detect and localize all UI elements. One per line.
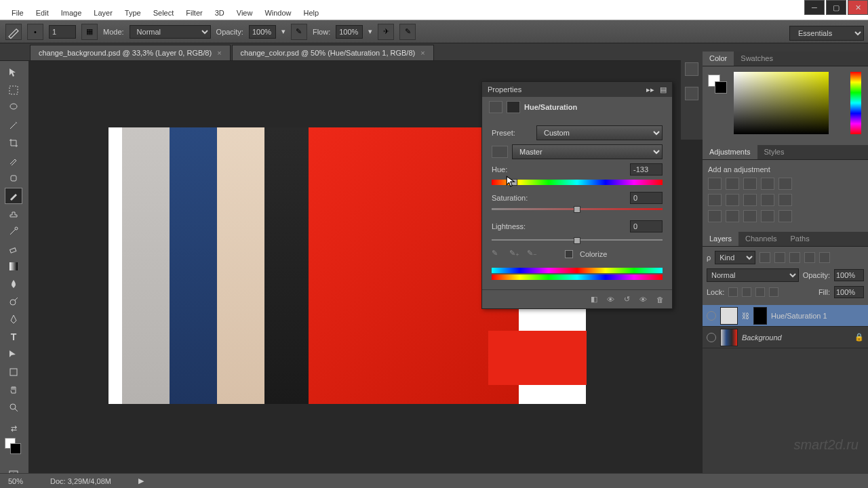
selective-color-icon[interactable] bbox=[778, 210, 792, 222]
minimize-button[interactable]: ─ bbox=[804, 0, 825, 15]
filter-adjust-icon[interactable] bbox=[774, 252, 785, 263]
stamp-tool[interactable] bbox=[5, 205, 22, 222]
mask-thumb[interactable] bbox=[753, 307, 767, 325]
pressure-opacity-icon[interactable]: ✎ bbox=[291, 24, 307, 40]
color-swatches[interactable] bbox=[5, 438, 22, 458]
exposure-icon[interactable] bbox=[761, 178, 774, 190]
zoom-level[interactable]: 50% bbox=[8, 477, 23, 485]
tab-layers[interactable]: Layers bbox=[703, 232, 738, 246]
move-tool[interactable] bbox=[5, 64, 22, 81]
crop-tool[interactable] bbox=[5, 135, 22, 151]
brightness-icon[interactable] bbox=[708, 178, 722, 190]
eyedropper-add-icon[interactable]: ✎₊ bbox=[509, 249, 520, 260]
close-button[interactable]: ✕ bbox=[848, 0, 868, 15]
layer-thumb[interactable] bbox=[720, 307, 738, 325]
filter-shape-icon[interactable] bbox=[804, 252, 815, 263]
visibility-icon[interactable] bbox=[707, 333, 716, 342]
brush-tool[interactable] bbox=[5, 188, 22, 204]
type-tool[interactable]: T bbox=[5, 329, 22, 345]
clip-icon[interactable]: ◧ bbox=[591, 295, 597, 304]
menu-edit[interactable]: Edit bbox=[30, 7, 55, 18]
mode-select[interactable]: Normal bbox=[130, 25, 211, 39]
fill-field[interactable] bbox=[834, 286, 864, 298]
lasso-tool[interactable] bbox=[5, 100, 22, 116]
workspace-select[interactable]: Essentials bbox=[789, 26, 864, 41]
vibrance-icon[interactable] bbox=[778, 178, 792, 190]
tab-color[interactable]: Color bbox=[703, 52, 734, 66]
menu-select[interactable]: Select bbox=[147, 7, 180, 18]
airbrush-icon[interactable]: ✈ bbox=[378, 24, 394, 40]
eyedropper-sub-icon[interactable]: ✎₋ bbox=[527, 249, 538, 260]
tab-paths[interactable]: Paths bbox=[784, 232, 816, 246]
doc-info[interactable]: Doc: 3,29M/4,08M bbox=[50, 477, 111, 485]
filter-type-icon[interactable] bbox=[789, 252, 800, 263]
tab-channels[interactable]: Channels bbox=[738, 232, 783, 246]
menu-type[interactable]: Type bbox=[119, 7, 147, 18]
filter-kind-select[interactable]: Kind bbox=[715, 251, 755, 264]
layer-opacity-field[interactable] bbox=[834, 269, 864, 281]
zoom-tool[interactable] bbox=[5, 399, 22, 415]
info-icon[interactable] bbox=[685, 87, 698, 100]
menu-help[interactable]: Help bbox=[298, 7, 326, 18]
colorize-checkbox[interactable] bbox=[565, 250, 573, 258]
shape-tool[interactable] bbox=[5, 364, 22, 380]
lock-all-icon[interactable] bbox=[769, 287, 778, 297]
blend-mode-select[interactable]: Normal bbox=[707, 268, 799, 282]
history-icon[interactable] bbox=[685, 62, 698, 76]
preset-select[interactable]: Custom bbox=[536, 125, 663, 140]
menu-file[interactable]: File bbox=[5, 7, 30, 18]
channel-select[interactable]: Master bbox=[512, 144, 663, 159]
tab-styles[interactable]: Styles bbox=[757, 145, 791, 159]
layer-name[interactable]: Hue/Saturation 1 bbox=[771, 312, 827, 320]
doc-tab-2[interactable]: change_color.psd @ 50% (Hue/Saturation 1… bbox=[232, 45, 434, 60]
menu-3d[interactable]: 3D bbox=[209, 7, 231, 18]
visibility-icon[interactable] bbox=[707, 311, 716, 321]
doc-tab-1[interactable]: change_background.psd @ 33,3% (Layer 0, … bbox=[30, 45, 231, 60]
hand-tool[interactable] bbox=[5, 382, 22, 398]
gradient-map-icon[interactable] bbox=[761, 210, 774, 222]
layer-row[interactable]: ⛓ Hue/Saturation 1 bbox=[703, 305, 868, 327]
marquee-tool[interactable] bbox=[5, 82, 22, 98]
panel-menu-icon[interactable]: ▤ bbox=[660, 85, 667, 94]
tab-adjustments[interactable]: Adjustments bbox=[703, 145, 757, 159]
tab-swatches[interactable]: Swatches bbox=[734, 52, 780, 66]
hue-sat-icon[interactable] bbox=[708, 194, 722, 206]
hue-slider[interactable] bbox=[492, 180, 663, 186]
brush-size-field[interactable] bbox=[49, 25, 76, 39]
curves-icon[interactable] bbox=[743, 178, 757, 190]
layer-row[interactable]: Background 🔒 bbox=[703, 327, 868, 348]
lock-position-icon[interactable] bbox=[755, 287, 765, 297]
view-previous-icon[interactable]: 👁 bbox=[607, 296, 614, 304]
lightness-slider[interactable] bbox=[492, 237, 663, 243]
eraser-tool[interactable] bbox=[5, 241, 22, 257]
saturation-field[interactable] bbox=[630, 192, 663, 204]
photo-filter-icon[interactable] bbox=[761, 194, 774, 206]
bw-icon[interactable] bbox=[743, 194, 757, 206]
eyedropper-icon[interactable]: ✎ bbox=[492, 249, 502, 260]
maximize-button[interactable]: ▢ bbox=[826, 0, 846, 15]
levels-icon[interactable] bbox=[726, 178, 739, 190]
gradient-tool[interactable] bbox=[5, 258, 22, 274]
menu-image[interactable]: Image bbox=[55, 7, 88, 18]
brush-preset-icon[interactable] bbox=[5, 24, 22, 40]
color-balance-icon[interactable] bbox=[726, 194, 739, 206]
filter-pixel-icon[interactable] bbox=[760, 252, 770, 263]
wand-tool[interactable] bbox=[5, 117, 22, 134]
flow-field[interactable] bbox=[336, 25, 363, 39]
reset-icon[interactable]: ↺ bbox=[624, 295, 630, 304]
color-picker[interactable] bbox=[734, 72, 829, 134]
layer-thumb[interactable] bbox=[720, 329, 738, 346]
close-icon[interactable]: × bbox=[217, 49, 221, 57]
path-tool[interactable] bbox=[5, 346, 22, 363]
hue-strip[interactable] bbox=[850, 72, 861, 134]
brush-panel-icon[interactable]: ▦ bbox=[81, 24, 98, 40]
healing-tool[interactable] bbox=[5, 170, 22, 186]
menu-filter[interactable]: Filter bbox=[180, 7, 208, 18]
status-arrow-icon[interactable]: ▶ bbox=[138, 476, 144, 485]
close-icon[interactable]: × bbox=[420, 49, 425, 57]
menu-layer[interactable]: Layer bbox=[87, 7, 119, 18]
channel-mixer-icon[interactable] bbox=[778, 194, 792, 206]
filter-smart-icon[interactable] bbox=[819, 252, 830, 263]
dodge-tool[interactable] bbox=[5, 293, 22, 310]
layer-name[interactable]: Background bbox=[742, 333, 782, 342]
